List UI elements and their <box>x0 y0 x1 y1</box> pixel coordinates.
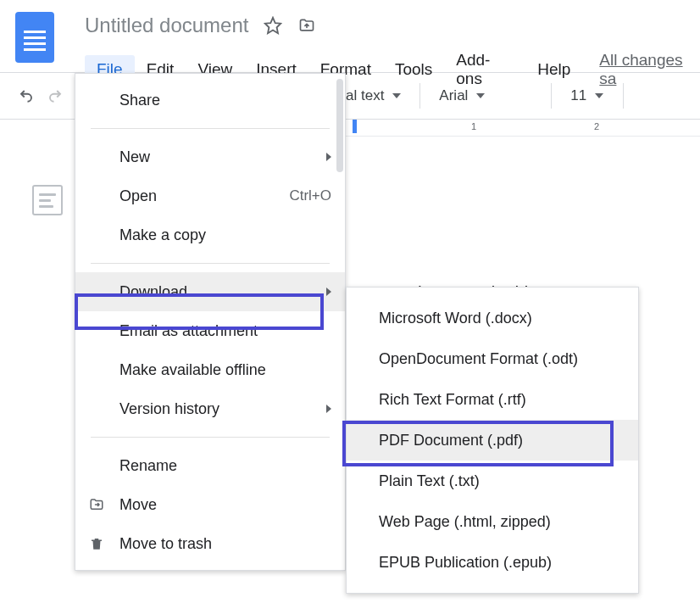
menu-separator <box>91 437 330 438</box>
submenu-item-label: PDF Document (.pdf) <box>379 432 523 449</box>
menu-item-label: Share <box>119 92 160 109</box>
menu-item-label: Make available offline <box>119 361 266 379</box>
menu-item-move-trash[interactable]: Move to trash <box>75 524 345 563</box>
menu-item-label: Move <box>119 496 157 514</box>
menu-help[interactable]: Help <box>525 55 582 84</box>
submenu-item-label: Plain Text (.txt) <box>379 472 480 490</box>
menu-separator <box>91 128 330 129</box>
ruler-indent-marker[interactable] <box>353 120 357 133</box>
font-family-dropdown[interactable]: Arial <box>431 87 541 104</box>
all-changes-saved-link[interactable]: All changes sa <box>599 51 700 88</box>
toolbar-separator <box>623 83 624 109</box>
menu-item-label: Rename <box>119 457 177 475</box>
menu-item-label: Make a copy <box>119 226 206 244</box>
menu-separator <box>91 263 330 264</box>
menu-item-rename[interactable]: Rename <box>75 446 345 485</box>
submenu-item-label: Microsoft Word (.docx) <box>379 310 532 327</box>
menu-item-email-attachment[interactable]: Email as attachment <box>75 311 345 350</box>
menu-addons[interactable]: Add-ons <box>444 46 525 93</box>
menu-item-label: Email as attachment <box>119 322 258 340</box>
chevron-down-icon <box>392 93 401 98</box>
submenu-item-epub[interactable]: EPUB Publication (.epub) <box>347 542 638 583</box>
submenu-item-label: Web Page (.html, zipped) <box>379 513 551 531</box>
redo-button[interactable] <box>42 81 68 110</box>
menu-item-share[interactable]: Share <box>75 81 345 120</box>
ruler-tick-label: 2 <box>594 121 599 131</box>
download-submenu: Microsoft Word (.docx) OpenDocument Form… <box>346 287 639 594</box>
menu-item-new[interactable]: New <box>75 137 345 176</box>
submenu-item-docx[interactable]: Microsoft Word (.docx) <box>347 298 638 338</box>
move-to-folder-icon[interactable] <box>297 16 316 35</box>
menu-item-make-offline[interactable]: Make available offline <box>75 350 345 389</box>
docs-logo-icon[interactable] <box>15 12 54 63</box>
toolbar-separator <box>419 83 420 109</box>
ruler-tick-label: 1 <box>471 121 476 131</box>
chevron-down-icon <box>595 93 603 98</box>
svg-marker-0 <box>265 18 281 33</box>
submenu-item-html[interactable]: Web Page (.html, zipped) <box>347 501 638 542</box>
paragraph-style-dropdown[interactable]: al text <box>337 87 409 104</box>
menu-item-shortcut: Ctrl+O <box>289 187 331 204</box>
chevron-down-icon <box>476 93 485 98</box>
font-family-label: Arial <box>439 87 468 104</box>
chevron-right-icon <box>326 405 331 413</box>
menu-item-label: Move to trash <box>119 535 212 553</box>
menu-item-label: Download <box>119 283 187 301</box>
submenu-item-label: EPUB Publication (.epub) <box>379 554 552 572</box>
chevron-right-icon <box>326 288 331 296</box>
menu-item-label: New <box>119 148 150 166</box>
menu-item-download[interactable]: Download <box>75 272 345 311</box>
star-icon[interactable] <box>264 16 282 35</box>
trash-icon <box>87 534 106 553</box>
menu-item-version-history[interactable]: Version history <box>75 389 345 428</box>
submenu-item-pdf[interactable]: PDF Document (.pdf) <box>347 420 638 461</box>
font-size-dropdown[interactable]: 11 <box>562 87 613 104</box>
toolbar-separator <box>551 83 552 109</box>
folder-move-icon <box>87 495 106 514</box>
file-menu-dropdown: Share New Open Ctrl+O Make a copy Downlo… <box>75 73 346 571</box>
outline-toggle-icon[interactable] <box>32 185 63 215</box>
document-title[interactable]: Untitled document <box>85 14 248 37</box>
menu-item-move[interactable]: Move <box>75 485 345 524</box>
font-size-label: 11 <box>570 87 586 104</box>
menu-tools[interactable]: Tools <box>383 55 444 84</box>
submenu-item-label: OpenDocument Format (.odt) <box>379 350 578 368</box>
submenu-item-odt[interactable]: OpenDocument Format (.odt) <box>347 338 638 379</box>
menu-item-make-copy[interactable]: Make a copy <box>75 215 345 254</box>
menu-item-label: Open <box>119 187 157 205</box>
menu-item-open[interactable]: Open Ctrl+O <box>75 176 345 215</box>
submenu-item-rtf[interactable]: Rich Text Format (.rtf) <box>347 379 638 420</box>
submenu-item-label: Rich Text Format (.rtf) <box>379 391 526 409</box>
menu-item-label: Version history <box>119 400 219 418</box>
undo-button[interactable] <box>14 81 39 110</box>
submenu-item-txt[interactable]: Plain Text (.txt) <box>347 461 638 501</box>
chevron-right-icon <box>326 153 331 161</box>
paragraph-style-label: al text <box>346 87 384 104</box>
